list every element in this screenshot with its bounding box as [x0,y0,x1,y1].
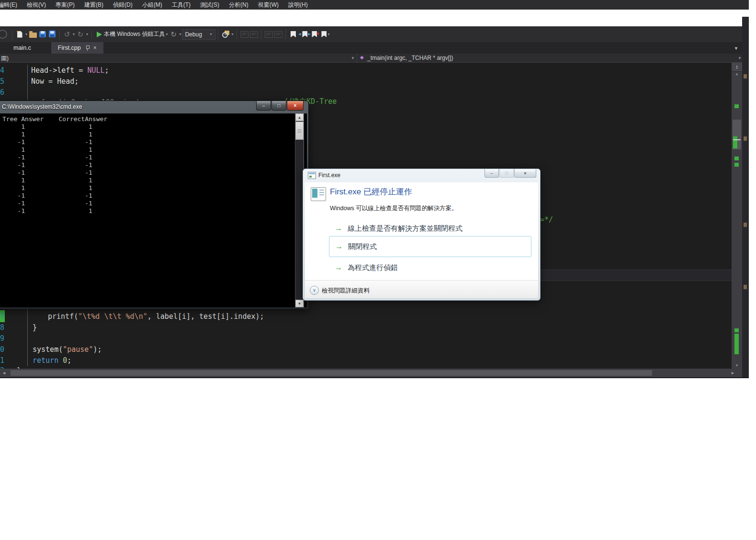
menu-item[interactable]: 說明(H) [283,1,313,9]
icon-fragment [744,285,747,289]
next-bookmark-icon[interactable]: ► [307,31,317,38]
cmd-scroll-thumb[interactable] [295,122,304,140]
pin-icon[interactable] [85,45,90,51]
menu-item[interactable]: 分析(N) [224,1,253,9]
dialog-content: First.exe 已經停止運作 Windows 可以線上檢查是否有問題的解決方… [305,182,538,298]
debug-target-label[interactable]: 本機 Windows 偵錯工具 [104,30,165,38]
editor-vertical-scrollbar[interactable]: ↕ ▲ ▼ [732,63,742,369]
menu-item[interactable]: 工具(T) [167,1,195,9]
new-file-icon[interactable] [15,29,24,40]
tab-main.c[interactable]: main.c [7,42,38,54]
menu-item[interactable]: 檢視(V) [22,1,51,9]
find-dropdown-icon[interactable]: ▾ [231,32,233,36]
menu-item[interactable]: 建置(B) [79,1,108,9]
code-line: printf("\t%d \t\t %d\n", label[i], test[… [48,312,264,321]
solution-config-select[interactable]: Debug ▾ [182,29,215,40]
menu-item[interactable]: 測試(S) [195,1,224,9]
bookmark-dropdown-icon[interactable]: ▾ [327,32,329,36]
change-mark [734,163,739,167]
previous-bookmark-icon[interactable]: ◄ [298,31,307,38]
undo-icon[interactable]: ↺ [62,29,72,40]
command-link[interactable]: →為程式進行偵錯 [329,261,531,274]
toolbar-separator [12,30,12,39]
cmd-scroll-up-icon[interactable]: ▲ [295,113,304,121]
document-tab-strip: main.cFirst.cpp× [0,42,749,54]
code-line: Head->left = NULL; [31,66,109,75]
restart-dropdown-icon[interactable]: ▾ [179,32,181,36]
cmd-maximize-button[interactable]: □ [271,101,286,111]
uncomment-icon[interactable] [249,29,259,40]
open-file-icon[interactable] [28,29,38,40]
view-details-link[interactable]: 檢視問題詳細資料 [322,287,370,295]
command-link[interactable]: →線上檢查是否有解決方案並關閉程式 [329,222,531,235]
scope-dropdown[interactable]: 圍) [1,55,9,63]
change-mark [734,104,739,108]
chevron-down-icon[interactable]: ∨ [310,286,319,295]
command-link-label: 關閉程式 [348,242,377,251]
cmd-close-button[interactable]: × [287,101,304,111]
menu-item[interactable]: 偵錯(D) [108,1,137,9]
cmd-minimize-button[interactable]: – [256,101,271,111]
dialog-heading: First.exe 已經停止運作 [330,186,412,197]
find-in-files-icon[interactable] [221,29,230,40]
dialog-subtext: Windows 可以線上檢查是否有問題的解決方案。 [330,204,458,213]
save-all-icon[interactable] [47,29,57,40]
command-link[interactable]: →關閉程式 [329,236,531,257]
cmd-scroll-down-icon[interactable]: ▼ [295,300,304,307]
increase-indent-icon[interactable] [273,29,283,40]
command-link-label: 線上檢查是否有解決方案並關閉程式 [348,224,463,233]
horizontal-scroll-thumb[interactable] [11,370,652,376]
editor-horizontal-scrollbar[interactable]: ◄ ► [0,369,742,377]
tab-close-icon[interactable]: × [93,45,97,51]
member-dropdown[interactable]: _tmain(int argc, _TCHAR * argv[]) [367,55,453,61]
line-number: 0 [0,345,5,354]
scroll-left-icon[interactable]: ◄ [2,371,6,375]
right-edge-strip [742,17,749,377]
redo-dropdown-icon[interactable]: ▾ [86,32,88,36]
dialog-title: First.exe [318,172,340,179]
cmd-output: Tree Answer CorrectAnswer 1 1 1 1 -1 -1 … [0,113,307,215]
main-toolbar: ▾ ↺ ▾ ↻ ▾ 本機 Windows 偵錯工具 ▾ ↻ ▾ Debug ▾ … [0,26,749,42]
save-icon[interactable] [38,29,47,40]
code-comment: =*/ [540,215,553,225]
menu-item[interactable]: 小組(M) [137,1,167,9]
splitter-handle-icon[interactable]: ↕ [732,63,742,72]
config-dropdown-icon: ▾ [210,32,212,36]
cmd-window[interactable]: C:\Windows\system32\cmd.exe – □ × Tree A… [0,101,309,309]
clear-bookmarks-icon[interactable]: × [317,31,327,38]
change-mark [733,136,737,148]
scroll-up-icon[interactable]: ▲ [732,72,742,76]
member-dropdown-icon[interactable]: ▼ [738,56,742,60]
scroll-right-icon[interactable]: ► [731,371,735,375]
redo-icon[interactable]: ↻ [76,29,85,40]
tab-First.cpp[interactable]: First.cpp× [51,42,103,54]
dialog-minimize-button[interactable]: – [485,169,499,178]
code-line: system("pause"); [33,345,102,354]
toggle-bookmark-icon[interactable] [288,29,298,40]
undo-dropdown-icon[interactable]: ▾ [73,32,75,36]
restart-icon[interactable]: ↻ [169,29,178,40]
icon-fragment [744,136,747,141]
crash-dialog[interactable]: First.exe – □ × First.exe 已經停止運作 Windows… [303,169,541,301]
dialog-maximize-button: □ [499,169,514,178]
solution-config-value: Debug [185,31,202,38]
scroll-down-icon[interactable]: ▼ [732,363,742,368]
change-mark [734,157,739,160]
line-number: 9 [0,334,5,343]
menu-item[interactable]: 專案(P) [51,1,79,9]
new-file-dropdown-icon[interactable]: ▾ [25,32,27,36]
tab-list-dropdown-icon[interactable]: ▼ [734,46,738,51]
icon-fragment [744,223,747,227]
comment-icon[interactable] [239,29,249,40]
caret-position-mark [733,139,741,140]
navigate-back-icon[interactable] [0,29,10,40]
start-debug-icon[interactable] [94,29,104,40]
menu-item[interactable]: 編輯(E) [0,1,22,9]
decrease-indent-icon[interactable] [264,29,273,40]
debug-target-dropdown-icon[interactable]: ▾ [166,32,168,36]
scope-dropdown-icon[interactable]: ▼ [351,56,355,60]
toolbar-separator [218,30,218,39]
toolbar-separator [285,30,286,39]
dialog-close-button[interactable]: × [514,169,536,178]
menu-item[interactable]: 視窗(W) [253,1,283,9]
